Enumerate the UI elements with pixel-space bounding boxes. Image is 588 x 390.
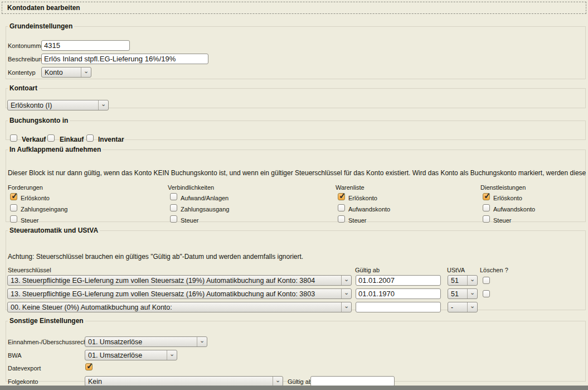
- einkauf-checkbox[interactable]: [47, 134, 55, 142]
- warenliste-aufwandskonto-label: Aufwandskonto: [348, 206, 390, 213]
- ustva-select-row1[interactable]: 51: [448, 275, 478, 286]
- bwa-label: BWA: [8, 352, 22, 359]
- steuerschluessel-header: Steuerschlüssel: [8, 267, 51, 273]
- bwa-select-value: 01. Umsatzerlöse: [85, 352, 167, 359]
- aufklappmenu-legend: In Aufklappmenü aufnehmen: [8, 146, 103, 153]
- dienstleistungen-aufwandskonto-checkbox[interactable]: [483, 204, 490, 211]
- warenliste-aufwandskonto-checkbox[interactable]: [338, 204, 345, 211]
- kontonummer-label: Kontonummer: [8, 42, 46, 49]
- bottom-bar: [0, 386, 588, 390]
- loeschen-header: Löschen ?: [480, 267, 508, 273]
- chevron-down-icon: [341, 302, 351, 312]
- kontoart-select[interactable]: Erlöskonto (I): [7, 100, 109, 110]
- chevron-down-icon: [81, 68, 91, 77]
- kontentyp-label: Kontentyp: [8, 69, 36, 76]
- datevexport-checkbox[interactable]: [85, 363, 93, 370]
- dienstleistungen-erloeskonto-checkbox[interactable]: [483, 193, 490, 200]
- forderungen-zahlungseingang-label: Zahlungseingang: [21, 206, 67, 213]
- beschreibung-label: Beschreibung: [8, 56, 45, 62]
- verbindlichkeiten-zahlungsausgang-label: Zahlungsausgang: [181, 206, 229, 213]
- verbindlichkeiten-steuer-label: Steuer: [181, 217, 198, 224]
- ustva-select-row3[interactable]: -: [448, 302, 478, 312]
- warenliste-steuer-label: Steuer: [348, 217, 366, 224]
- verbindlichkeiten-aufwand-checkbox[interactable]: [170, 193, 177, 200]
- eur-select-value: 01. Umsatzerlöse: [85, 338, 197, 346]
- einkauf-label: Einkauf: [60, 136, 84, 143]
- aufklappmenu-section: In Aufklappmenü aufnehmen Dieser Block i…: [6, 146, 586, 222]
- kontonummer-input[interactable]: [41, 40, 130, 51]
- kontoart-select-value: Erlöskonto (I): [8, 102, 98, 109]
- chevron-down-icon: [341, 276, 351, 285]
- warenliste-erloeskonto-label: Erlöskonto: [348, 195, 377, 201]
- dienstleistungen-steuer-label: Steuer: [493, 217, 511, 224]
- inventar-checkbox[interactable]: [86, 134, 94, 142]
- warenliste-erloeskonto-checkbox[interactable]: [338, 193, 345, 200]
- kontoart-legend: Kontoart: [8, 84, 39, 92]
- ustva-select-row3-value: -: [448, 304, 467, 311]
- gueltig-ab-input-row3[interactable]: [356, 302, 441, 312]
- dienstleistungen-steuer-checkbox[interactable]: [483, 215, 490, 223]
- steuerschluessel-select-row2[interactable]: 13. Steuerpflichtige EG-Lieferung zum vo…: [7, 288, 352, 299]
- sonstige-section: Sonstige Einstellungen Einnahmen-/Übersc…: [6, 317, 586, 382]
- ustva-select-row2[interactable]: 51: [448, 288, 478, 299]
- gueltig-ab-input-row2[interactable]: [356, 288, 441, 299]
- chevron-down-icon: [197, 337, 207, 346]
- verbindlichkeiten-steuer-checkbox[interactable]: [170, 215, 177, 223]
- chevron-down-icon: [167, 350, 177, 360]
- steuerschluessel-select-row1[interactable]: 13. Steuerpflichtige EG-Lieferung zum vo…: [7, 275, 352, 286]
- ustva-select-row2-value: 51: [448, 290, 467, 298]
- folgekonto-label: Folgekonto: [8, 378, 38, 385]
- chevron-down-icon: [341, 289, 351, 298]
- steuerschluessel-select-row2-value: 13. Steuerpflichtige EG-Lieferung zum vo…: [8, 290, 341, 298]
- buchungskonto-section: Buchungskonto in Verkauf Einkauf Inventa…: [6, 117, 586, 140]
- forderungen-erloeskonto-label: Erlöskonto: [21, 195, 50, 201]
- aufklappmenu-hint: Dieser Block ist nur dann gültig, wenn d…: [8, 169, 588, 177]
- kontoart-section: Kontoart Erlöskonto (I): [6, 84, 586, 108]
- folgekonto-select-value: Kein: [85, 378, 273, 386]
- steuerschluessel-select-row1-value: 13. Steuerpflichtige EG-Lieferung zum vo…: [8, 277, 341, 285]
- warenliste-steuer-checkbox[interactable]: [338, 215, 345, 223]
- ustva-header: UStVA: [447, 267, 465, 273]
- eur-select[interactable]: 01. Umsatzerlöse: [85, 336, 207, 347]
- verbindlichkeiten-zahlungsausgang-checkbox[interactable]: [170, 204, 177, 211]
- steuerautomatik-section: Steuerautomatik und UStVA Achtung: Steue…: [6, 227, 586, 310]
- forderungen-steuer-label: Steuer: [21, 217, 38, 224]
- dienstleistungen-header: Dienstleistungen: [480, 184, 526, 191]
- beschreibung-input[interactable]: [41, 54, 208, 64]
- gueltig-ab-header: Gültig ab: [355, 267, 380, 273]
- dienstleistungen-aufwandskonto-label: Aufwandskonto: [493, 206, 535, 213]
- steuerautomatik-legend: Steuerautomatik und UStVA: [8, 227, 100, 234]
- warenliste-header: Warenliste: [336, 184, 365, 191]
- gueltig-ab-input-row1[interactable]: [356, 275, 441, 286]
- loeschen-checkbox-row2[interactable]: [483, 290, 490, 297]
- kontentyp-select-value: Konto: [42, 69, 81, 76]
- datevexport-label: Datevexport: [8, 365, 41, 372]
- forderungen-zahlungseingang-checkbox[interactable]: [10, 204, 17, 211]
- grundeinstellungen-legend: Grundeinstellungen: [8, 22, 74, 30]
- chevron-down-icon: [467, 276, 477, 285]
- inventar-label: Inventar: [98, 136, 124, 143]
- verkauf-checkbox[interactable]: [10, 134, 17, 142]
- ustva-select-row1-value: 51: [448, 277, 467, 285]
- verkauf-label: Verkauf: [22, 136, 46, 143]
- chevron-down-icon: [467, 289, 477, 298]
- bwa-select[interactable]: 01. Umsatzerlöse: [85, 350, 177, 360]
- steuerautomatik-hint: Achtung: Steuerschlüssel brauchen ein gü…: [8, 253, 303, 261]
- sonstige-legend: Sonstige Einstellungen: [8, 317, 85, 325]
- loeschen-checkbox-row1[interactable]: [483, 277, 490, 284]
- verbindlichkeiten-header: Verbindlichkeiten: [168, 184, 214, 191]
- grundeinstellungen-section: Grundeinstellungen Kontonummer Beschreib…: [6, 22, 586, 79]
- forderungen-erloeskonto-checkbox[interactable]: [10, 193, 17, 200]
- chevron-down-icon: [273, 377, 283, 386]
- kontodaten-form: Kontodaten bearbeiten Grundeinstellungen…: [0, 0, 588, 390]
- forderungen-steuer-checkbox[interactable]: [10, 215, 17, 223]
- steuerschluessel-select-row3[interactable]: 00. Keine Steuer (0%) Automatikbuchung a…: [7, 302, 352, 312]
- page-title: Kontodaten bearbeiten: [2, 2, 586, 14]
- folgekonto-gueltig-ab-label: Gültig ab: [288, 378, 312, 385]
- kontentyp-select[interactable]: Konto: [41, 67, 91, 78]
- verbindlichkeiten-aufwand-label: Aufwand/Anlagen: [181, 195, 229, 201]
- dienstleistungen-erloeskonto-label: Erlöskonto: [493, 195, 522, 201]
- forderungen-header: Forderungen: [8, 184, 43, 191]
- buchungskonto-legend: Buchungskonto in: [8, 117, 70, 124]
- chevron-down-icon: [467, 302, 477, 312]
